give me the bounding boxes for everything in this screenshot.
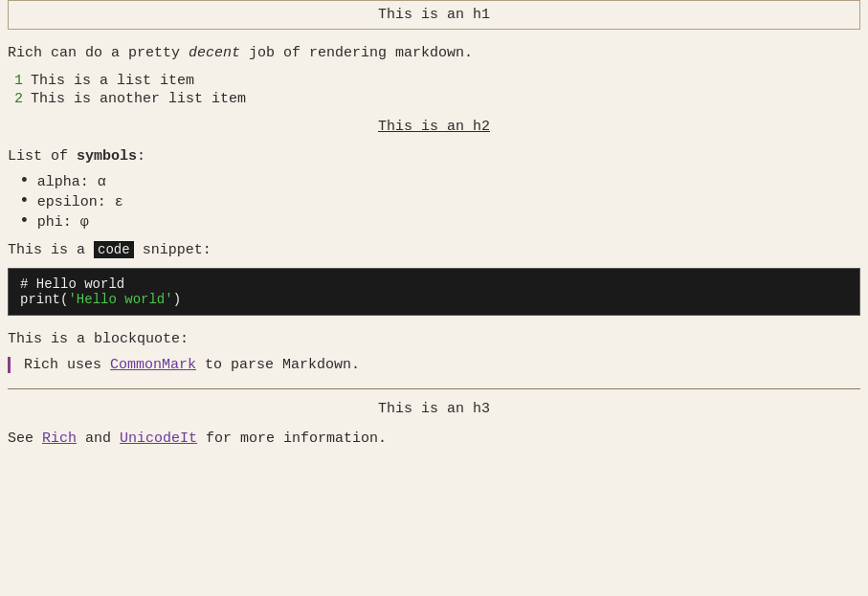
list-item-2-text: This is another list item	[31, 91, 246, 107]
numbered-list: 1 This is a list item 2 This is another …	[8, 73, 860, 107]
h3-block: This is an h3	[8, 401, 860, 417]
bullet-item-3: phi: φ	[37, 214, 89, 231]
h1-title: This is an h1	[378, 7, 490, 23]
code-snippet-intro: This is a code snippet:	[8, 242, 860, 258]
h2-title: This is an h2	[378, 119, 490, 135]
page-container: This is an h1 Rich can do a pretty decen…	[0, 0, 868, 596]
code-block: # Hello world print('Hello world')	[8, 268, 860, 316]
intro-prefix: Rich can do a pretty	[8, 45, 189, 61]
footer-prefix: See	[8, 430, 42, 447]
code-intro-suffix: snippet:	[134, 242, 211, 258]
code-intro-prefix: This is a	[8, 242, 94, 258]
bullet-item-1: alpha: α	[37, 174, 106, 190]
list-item: 1 This is a list item	[8, 73, 860, 89]
footer-paragraph: See Rich and UnicodeIt for more informat…	[8, 430, 860, 447]
inline-code: code	[94, 241, 134, 258]
symbols-intro: List of symbols:	[8, 148, 860, 165]
blockquote-intro-text: This is a blockquote:	[8, 331, 189, 347]
horizontal-divider	[8, 388, 860, 389]
code-line-1: # Hello world	[20, 276, 848, 292]
code-function: print(	[20, 292, 68, 307]
bullet-list: • alpha: α • epsilon: ε • phi: φ	[8, 172, 860, 231]
intro-suffix: job of rendering markdown.	[240, 45, 473, 61]
footer-suffix: for more information.	[197, 430, 387, 447]
code-string: 'Hello world'	[68, 292, 172, 307]
blockquote-intro: This is a blockquote:	[8, 331, 860, 347]
rich-link[interactable]: Rich	[42, 430, 77, 447]
h3-title: This is an h3	[378, 401, 490, 417]
blockquote-prefix: Rich uses	[24, 357, 110, 373]
intro-italic: decent	[189, 45, 240, 61]
intro-paragraph: Rich can do a pretty decent job of rende…	[8, 45, 860, 61]
bullet-item: • alpha: α	[19, 172, 860, 190]
blockquote: Rich uses CommonMark to parse Markdown.	[8, 357, 860, 373]
code-line-2: print('Hello world')	[20, 292, 848, 307]
bullet-dot: •	[19, 212, 30, 230]
commonmark-link[interactable]: CommonMark	[110, 357, 196, 373]
list-item-1-text: This is a list item	[31, 73, 194, 89]
code-closing-paren: )	[173, 292, 181, 307]
bullet-dot: •	[19, 192, 30, 210]
h1-block: This is an h1	[8, 0, 860, 30]
h2-block: This is an h2	[8, 119, 860, 135]
unicodeit-link[interactable]: UnicodeIt	[120, 430, 197, 447]
symbols-bold: symbols	[77, 148, 137, 165]
list-item: 2 This is another list item	[8, 91, 860, 107]
bullet-dot: •	[19, 172, 30, 189]
bullet-item: • epsilon: ε	[19, 192, 860, 210]
blockquote-text: Rich uses CommonMark to parse Markdown.	[24, 357, 360, 373]
bullet-item: • phi: φ	[19, 212, 860, 231]
footer-middle: and	[77, 430, 120, 447]
blockquote-middle: to parse Markdown.	[196, 357, 360, 373]
bullet-item-2: epsilon: ε	[37, 194, 123, 210]
symbols-suffix: :	[137, 148, 145, 165]
line-number-2: 2	[8, 91, 23, 107]
symbols-prefix: List of	[8, 148, 77, 165]
line-number-1: 1	[8, 73, 23, 89]
